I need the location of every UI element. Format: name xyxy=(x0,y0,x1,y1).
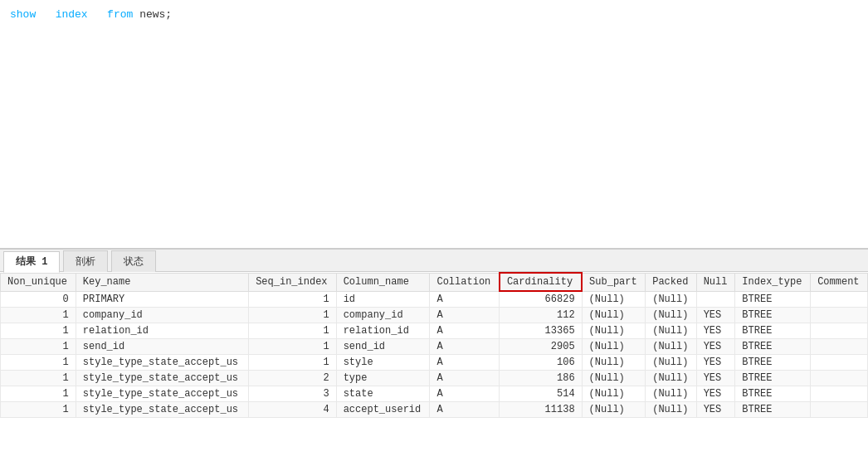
cell-comment xyxy=(811,291,868,308)
cell-sub_part: (Null) xyxy=(582,339,646,355)
cell-cardinality: 112 xyxy=(500,308,582,323)
cell-column_name: state xyxy=(336,386,430,402)
cell-packed: (Null) xyxy=(646,339,696,355)
cell-non_unique: 1 xyxy=(1,402,76,418)
cell-comment xyxy=(811,308,868,323)
cell-index_type: BTREE xyxy=(735,386,811,402)
cell-cardinality: 13365 xyxy=(500,323,582,339)
cell-non_unique: 1 xyxy=(1,308,76,323)
col-non-unique: Non_unique xyxy=(1,273,76,291)
cell-sub_part: (Null) xyxy=(582,355,646,371)
results-container[interactable]: Non_unique Key_name Seq_in_index Column_… xyxy=(0,272,868,461)
col-sub-part: Sub_part xyxy=(582,273,646,291)
table-row: 1relation_id1relation_idA13365(Null)(Nul… xyxy=(1,323,868,339)
cell-null: YES xyxy=(696,371,735,386)
cell-packed: (Null) xyxy=(646,371,696,386)
col-seq-in-index: Seq_in_index xyxy=(249,273,337,291)
cell-column_name: company_id xyxy=(336,308,430,323)
cell-sub_part: (Null) xyxy=(582,323,646,339)
cell-comment xyxy=(811,386,868,402)
cell-sub_part: (Null) xyxy=(582,291,646,308)
cell-collation: A xyxy=(430,355,500,371)
cell-comment xyxy=(811,339,868,355)
cell-packed: (Null) xyxy=(646,291,696,308)
cell-sub_part: (Null) xyxy=(582,402,646,418)
table-header-row: Non_unique Key_name Seq_in_index Column_… xyxy=(1,273,868,291)
cell-seq_in_index: 2 xyxy=(249,371,337,386)
col-null: Null xyxy=(696,273,735,291)
cell-non_unique: 1 xyxy=(1,323,76,339)
cell-collation: A xyxy=(430,402,500,418)
cell-cardinality: 66829 xyxy=(500,291,582,308)
cell-index_type: BTREE xyxy=(735,355,811,371)
keyword-index: index xyxy=(56,8,88,21)
cell-index_type: BTREE xyxy=(735,308,811,323)
col-key-name: Key_name xyxy=(76,273,248,291)
cell-packed: (Null) xyxy=(646,402,696,418)
cell-key_name: style_type_state_accept_us xyxy=(76,355,248,371)
cell-key_name: PRIMARY xyxy=(76,291,248,308)
cell-index_type: BTREE xyxy=(735,339,811,355)
cell-key_name: company_id xyxy=(76,308,248,323)
cell-key_name: style_type_state_accept_us xyxy=(76,371,248,386)
cell-cardinality: 11138 xyxy=(500,402,582,418)
cell-collation: A xyxy=(430,371,500,386)
tab-analyze[interactable]: 剖析 xyxy=(63,250,108,272)
cell-non_unique: 0 xyxy=(1,291,76,308)
cell-cardinality: 514 xyxy=(500,386,582,402)
cell-column_name: type xyxy=(336,371,430,386)
cell-null: YES xyxy=(696,308,735,323)
cell-null: YES xyxy=(696,386,735,402)
cell-index_type: BTREE xyxy=(735,371,811,386)
cell-collation: A xyxy=(430,339,500,355)
cell-collation: A xyxy=(430,386,500,402)
cell-null: YES xyxy=(696,339,735,355)
results-table: Non_unique Key_name Seq_in_index Column_… xyxy=(0,272,868,418)
cell-packed: (Null) xyxy=(646,355,696,371)
tab-status[interactable]: 状态 xyxy=(111,250,156,272)
cell-key_name: relation_id xyxy=(76,323,248,339)
cell-null: YES xyxy=(696,402,735,418)
cell-seq_in_index: 4 xyxy=(249,402,337,418)
table-row: 1style_type_state_accept_us2typeA186(Nul… xyxy=(1,371,868,386)
table-row: 0PRIMARY1idA66829(Null)(Null)BTREE xyxy=(1,291,868,308)
tab-result[interactable]: 结果 1 xyxy=(3,251,60,273)
cell-key_name: style_type_state_accept_us xyxy=(76,402,248,418)
table-row: 1style_type_state_accept_us1styleA106(Nu… xyxy=(1,355,868,371)
cell-non_unique: 1 xyxy=(1,386,76,402)
cell-comment xyxy=(811,323,868,339)
sql-editor[interactable]: show index from news; xyxy=(0,0,868,249)
col-packed: Packed xyxy=(646,273,696,291)
cell-non_unique: 1 xyxy=(1,371,76,386)
cell-comment xyxy=(811,402,868,418)
cell-collation: A xyxy=(430,308,500,323)
cell-cardinality: 2905 xyxy=(500,339,582,355)
cell-sub_part: (Null) xyxy=(582,386,646,402)
cell-column_name: relation_id xyxy=(336,323,430,339)
cell-sub_part: (Null) xyxy=(582,371,646,386)
cell-column_name: style xyxy=(336,355,430,371)
col-column-name: Column_name xyxy=(336,273,430,291)
cell-cardinality: 186 xyxy=(500,371,582,386)
cell-column_name: send_id xyxy=(336,339,430,355)
cell-null xyxy=(696,291,735,308)
cell-seq_in_index: 1 xyxy=(249,339,337,355)
cell-key_name: style_type_state_accept_us xyxy=(76,386,248,402)
cell-packed: (Null) xyxy=(646,308,696,323)
cell-packed: (Null) xyxy=(646,323,696,339)
sql-line-1: show index from news; xyxy=(10,7,858,24)
table-row: 1style_type_state_accept_us3stateA514(Nu… xyxy=(1,386,868,402)
cell-null: YES xyxy=(696,355,735,371)
col-collation: Collation xyxy=(430,273,500,291)
cell-non_unique: 1 xyxy=(1,339,76,355)
col-comment: Comment xyxy=(811,273,868,291)
cell-index_type: BTREE xyxy=(735,291,811,308)
cell-seq_in_index: 3 xyxy=(249,386,337,402)
cell-null: YES xyxy=(696,323,735,339)
cell-seq_in_index: 1 xyxy=(249,291,337,308)
cell-seq_in_index: 1 xyxy=(249,355,337,371)
cell-cardinality: 106 xyxy=(500,355,582,371)
table-row: 1company_id1company_idA112(Null)(Null)YE… xyxy=(1,308,868,323)
cell-seq_in_index: 1 xyxy=(249,323,337,339)
cell-column_name: accept_userid xyxy=(336,402,430,418)
